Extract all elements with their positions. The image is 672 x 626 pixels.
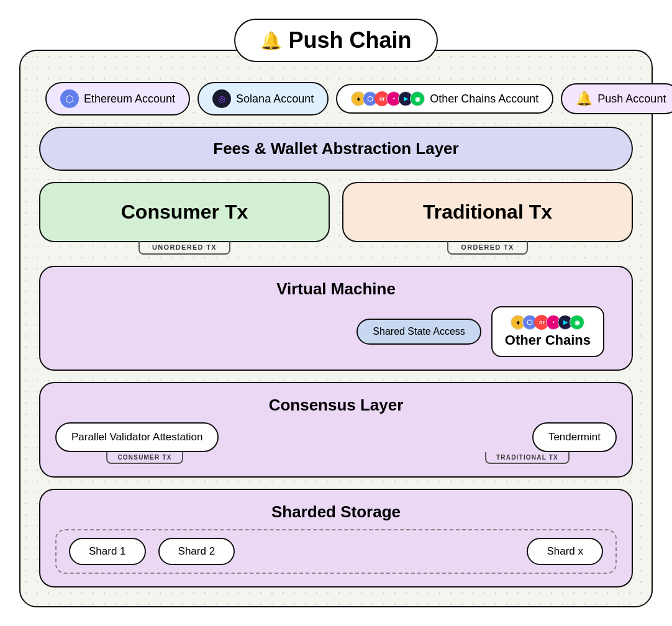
ethereum-account-pill: ⬡ Ethereum Account	[45, 82, 190, 116]
push-chain-title: 🔔 Push Chain	[234, 19, 437, 62]
push-account-label: Push Account	[597, 93, 666, 106]
traditional-tx-consensus-label-row: TRADITIONAL TX	[438, 452, 617, 464]
ethereum-account-label: Ethereum Account	[84, 93, 175, 106]
consumer-tx-label-row: UNORDERED TX	[39, 242, 330, 255]
consumer-tx-consensus-label-row: CONSUMER TX	[55, 452, 234, 464]
other-chains-account-label: Other Chains Account	[430, 93, 538, 106]
tx-row: Consumer Tx UNORDERED TX Traditional Tx …	[39, 182, 633, 255]
shard-2-pill: Shard 2	[158, 538, 235, 565]
storage-section: Sharded Storage Shard 1 Shard 2 Shard x	[39, 489, 633, 587]
virtual-machine-section: Virtual Machine Shared State Access ♦ ⬡ …	[39, 266, 633, 371]
other-chains-vm-label: Other Chains	[505, 332, 591, 348]
vm-bottom-row: Shared State Access ♦ ⬡ or • ▶ ◉ Other C…	[55, 306, 617, 357]
fees-layer-label: Fees & Wallet Abstraction Layer	[213, 139, 458, 158]
other-chains-vm-box: ♦ ⬡ or • ▶ ◉ Other Chains	[491, 306, 604, 357]
tendermint-pill: Tendermint	[532, 422, 617, 452]
traditional-tx-label: Traditional Tx	[423, 201, 552, 223]
consensus-left-sub: Parallel Validator Attestation CONSUMER …	[55, 422, 234, 464]
traditional-tx-section: Traditional Tx ORDERED TX	[342, 182, 633, 255]
consensus-right-sub: Tendermint TRADITIONAL TX	[438, 422, 617, 464]
consumer-tx-label: Consumer Tx	[121, 201, 248, 223]
outer-box: ⬡ Ethereum Account ◎ Solana Account ♦ ⬡ …	[19, 50, 653, 607]
sol-icon: ◎	[212, 89, 231, 108]
consumer-tx-section: Consumer Tx UNORDERED TX	[39, 182, 330, 255]
consensus-section: Consensus Layer Parallel Validator Attes…	[39, 382, 633, 478]
vm-chain-icons: ♦ ⬡ or • ▶ ◉	[511, 315, 584, 330]
shard-1-pill: Shard 1	[69, 538, 146, 565]
shards-row: Shard 1 Shard 2 Shard x	[55, 529, 617, 574]
shard-x-pill: Shard x	[527, 538, 603, 565]
main-wrapper: 🔔 Push Chain ⬡ Ethereum Account ◎ Solana…	[19, 19, 653, 607]
push-account-pill: 🔔 Push Account	[561, 83, 672, 114]
solana-account-pill: ◎ Solana Account	[198, 82, 329, 116]
push-bell-icon: 🔔	[576, 91, 593, 107]
green-icon: ◉	[410, 91, 425, 106]
parallel-validator-pill: Parallel Validator Attestation	[55, 422, 219, 452]
consumer-tx-consensus-label: CONSUMER TX	[106, 452, 183, 464]
chain-icons: ♦ ⬡ or • ▶ ◉	[351, 91, 425, 106]
consumer-tx-pill: Consumer Tx	[39, 182, 330, 242]
traditional-tx-label-row: ORDERED TX	[342, 242, 633, 255]
account-row: ⬡ Ethereum Account ◎ Solana Account ♦ ⬡ …	[39, 82, 633, 116]
consensus-spacer	[247, 422, 425, 464]
vm-green-icon: ◉	[570, 315, 584, 330]
shared-state-pill: Shared State Access	[356, 319, 481, 345]
traditional-tx-pill: Traditional Tx	[342, 182, 633, 242]
traditional-tx-consensus-label: TRADITIONAL TX	[485, 452, 570, 464]
unordered-tx-label: UNORDERED TX	[138, 241, 230, 255]
other-chains-account-pill: ♦ ⬡ or • ▶ ◉ Other Chains Account	[336, 84, 553, 114]
push-chain-label: Push Chain	[288, 27, 411, 53]
bell-icon: 🔔	[260, 30, 282, 51]
consensus-title: Consensus Layer	[55, 396, 617, 415]
ordered-tx-label: ORDERED TX	[447, 241, 527, 255]
eth-icon: ⬡	[60, 89, 79, 108]
consensus-bottom-row: Parallel Validator Attestation CONSUMER …	[55, 422, 617, 464]
fees-layer: Fees & Wallet Abstraction Layer	[39, 127, 633, 171]
vm-title: Virtual Machine	[55, 279, 617, 299]
storage-title: Sharded Storage	[55, 502, 617, 522]
solana-account-label: Solana Account	[236, 93, 314, 106]
